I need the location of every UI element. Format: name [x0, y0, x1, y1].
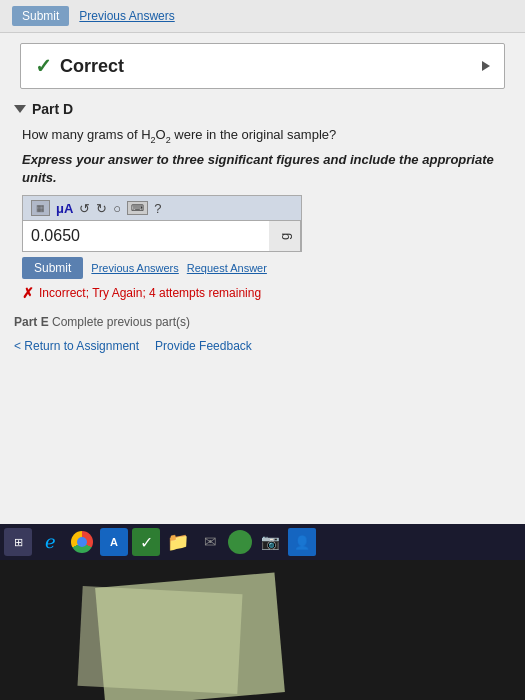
paper-decoration-1: [95, 572, 285, 700]
express-instruction: Express your answer to three significant…: [14, 151, 511, 187]
incorrect-text: Incorrect; Try Again; 4 attempts remaini…: [39, 286, 261, 300]
part-d-header: Part D: [14, 101, 511, 117]
unit-display: g: [269, 221, 301, 251]
camera-icon[interactable]: 📷: [256, 528, 284, 556]
help-button[interactable]: ?: [154, 201, 161, 216]
mu-button[interactable]: μA: [56, 201, 73, 216]
prev-answers-link-d[interactable]: Previous Answers: [91, 262, 178, 274]
refresh-button[interactable]: ○: [113, 201, 121, 216]
redo-button[interactable]: ↻: [96, 201, 107, 216]
input-toolbar: ▦ μA ↺ ↻ ○ ⌨ ?: [22, 195, 302, 220]
top-bar: Submit Previous Answers: [0, 0, 525, 33]
green-icon[interactable]: [228, 530, 252, 554]
check-icon: ✓: [35, 54, 52, 78]
undo-button[interactable]: ↺: [79, 201, 90, 216]
part-e-section: Part E Complete previous part(s): [14, 315, 511, 329]
previous-answers-link[interactable]: Previous Answers: [79, 9, 174, 23]
mail-icon[interactable]: ✉: [196, 528, 224, 556]
format-box[interactable]: ▦: [31, 200, 50, 216]
part-d-section: Part D How many grams of H2O2 were in th…: [14, 101, 511, 301]
folder-icon[interactable]: 📁: [164, 528, 192, 556]
docs-icon[interactable]: A: [100, 528, 128, 556]
question-text: How many grams of H2O2 were in the origi…: [14, 125, 511, 147]
return-link[interactable]: < Return to Assignment: [14, 339, 139, 353]
person-icon[interactable]: 👤: [288, 528, 316, 556]
correct-label: Correct: [60, 56, 124, 77]
answer-input[interactable]: [23, 221, 269, 251]
windows-icon[interactable]: ⊞: [4, 528, 32, 556]
request-answer-link[interactable]: Request Answer: [187, 262, 267, 274]
taskbar: ⊞ ℯ A ✓ 📁 ✉ 📷 👤: [0, 524, 525, 560]
correct-box: ✓ Correct: [20, 43, 505, 89]
part-e-label: Part E: [14, 315, 49, 329]
chrome-icon[interactable]: [68, 528, 96, 556]
part-d-label: Part D: [32, 101, 73, 117]
submit-top-button[interactable]: Submit: [12, 6, 69, 26]
collapse-icon[interactable]: [14, 105, 26, 113]
keyboard-button[interactable]: ⌨: [127, 201, 148, 215]
bottom-area: [0, 560, 525, 700]
part-e-text: Complete previous part(s): [52, 315, 190, 329]
ie-icon[interactable]: ℯ: [36, 528, 64, 556]
format-icon: ▦: [36, 203, 45, 213]
cursor-indicator: [482, 61, 490, 71]
incorrect-message: ✗ Incorrect; Try Again; 4 attempts remai…: [22, 285, 511, 301]
return-row: < Return to Assignment Provide Feedback: [14, 339, 511, 353]
submit-button[interactable]: Submit: [22, 257, 83, 279]
x-icon: ✗: [22, 285, 34, 301]
answer-area: g: [22, 220, 302, 252]
feedback-link[interactable]: Provide Feedback: [155, 339, 252, 353]
check-app-icon[interactable]: ✓: [132, 528, 160, 556]
submit-row: Submit Previous Answers Request Answer: [22, 257, 511, 279]
